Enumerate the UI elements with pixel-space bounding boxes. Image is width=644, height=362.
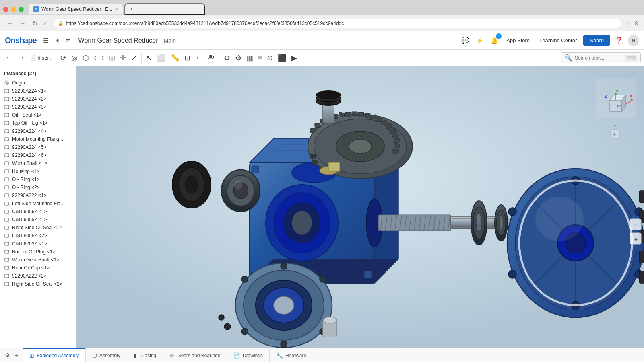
list-item[interactable]: 92290A224 <3> (0, 103, 76, 111)
new-tab-button[interactable]: + (124, 3, 205, 15)
revolve-tool[interactable]: ◎ (69, 52, 80, 64)
chat-button[interactable]: 💬 (460, 35, 471, 46)
browser-tab-active[interactable]: O Worm Gear Speed Reducer | E... ✕ (29, 4, 123, 14)
part-icon (4, 160, 10, 166)
properties-tool[interactable]: ≡ (256, 52, 264, 63)
gear-tool[interactable]: ⚙ (222, 52, 232, 64)
star-icon[interactable]: ☆ (625, 20, 631, 27)
list-item[interactable]: O - Ring <1> (0, 175, 76, 183)
mirror-tool[interactable]: ⟷ (92, 52, 106, 64)
traffic-light-green[interactable] (19, 7, 24, 12)
tab-gears-bearings[interactable]: ⚙ Gears and Bearings (163, 348, 227, 362)
list-item[interactable]: 92290A224 <2> (0, 95, 76, 103)
list-item[interactable]: Left Side Mounting Fla... (0, 200, 76, 208)
list-item[interactable]: C&U 6006Z <1> (0, 208, 76, 216)
svg-rect-48 (5, 274, 9, 278)
close-tab-button[interactable]: ✕ (115, 7, 118, 12)
rotate-tool[interactable]: ⟳ (58, 52, 68, 64)
filter-button[interactable]: ⊞ (54, 36, 61, 45)
list-item[interactable]: Rear Oil Cap <1> (0, 264, 76, 272)
item-label: C&U 6005Z <1> (12, 217, 47, 222)
dimension-tool[interactable]: ↔ (193, 52, 204, 63)
learning-center-button[interactable]: Learning Center (536, 36, 580, 45)
add-tab-button[interactable]: + (13, 350, 20, 360)
view-tool[interactable]: ⬜ (155, 52, 168, 64)
list-item[interactable]: Right Side Oil Seal <1> (0, 224, 76, 232)
notification-badge: 1 (496, 33, 502, 39)
part-icon (4, 249, 10, 255)
tab-hardware[interactable]: 🔧 Hardware (270, 348, 313, 362)
list-item[interactable]: Top Oil Plug <1> (0, 119, 76, 127)
transform-tool[interactable]: ⤢ (129, 52, 139, 64)
svg-point-91 (477, 214, 480, 224)
reload-button[interactable]: ↻ (31, 19, 39, 28)
item-label: 92290A224 <5> (12, 144, 46, 150)
list-item[interactable]: Worm Gear Shaft <1> (0, 256, 76, 264)
workflow-button[interactable]: ⚡ (474, 35, 485, 46)
help-button[interactable]: ❓ (613, 35, 625, 46)
tab-casing[interactable]: ◧ Casing (127, 348, 163, 362)
select-tool[interactable]: ↖ (144, 52, 154, 64)
settings-tool[interactable]: ⚙ (233, 52, 244, 64)
list-item[interactable]: 92290A224 <4> (0, 127, 76, 135)
search-input[interactable] (575, 55, 623, 61)
list-item[interactable]: Housing <1> (0, 167, 76, 175)
item-label: C&U 6006Z <1> (12, 209, 47, 214)
explode-tool[interactable]: ⊕ (265, 52, 275, 64)
svg-text:⌄: ⌄ (613, 122, 617, 128)
part-icon (4, 201, 10, 206)
redo-button[interactable]: → (15, 52, 27, 63)
document-title: Worm Gear Speed Reducer (78, 37, 158, 44)
list-item[interactable]: Motor Mounting Flang... (0, 135, 76, 143)
insert-button[interactable]: 📄 Insert (27, 53, 53, 62)
back-button[interactable]: ← (5, 19, 14, 28)
tab-exploded-assembly[interactable]: ⊞ Exploded Assembly (23, 348, 86, 362)
list-item[interactable]: O - Ring <2> (0, 183, 76, 191)
display-tool[interactable]: ▦ (244, 52, 255, 64)
list-item[interactable]: 92290A222 <2> (0, 272, 76, 280)
item-label: 92290A224 <2> (12, 96, 46, 102)
home-button[interactable]: ⌂ (42, 19, 50, 28)
item-label: 92290A224 <1> (12, 88, 46, 94)
sidebar-item-origin[interactable]: Origin (0, 79, 76, 87)
extensions-icon[interactable]: ⚙ (634, 20, 639, 27)
list-item[interactable]: Bottom Oil Plug <1> (0, 248, 76, 256)
measure-tool[interactable]: 📏 (169, 52, 182, 64)
list-item[interactable]: Oil - Seal <1> (0, 111, 76, 119)
tab-assembly[interactable]: ⬡ Assembly (86, 348, 127, 362)
svg-point-153 (185, 176, 198, 193)
list-item[interactable]: 92290A224 <5> (0, 143, 76, 151)
forward-button[interactable]: → (18, 19, 27, 28)
add-workspace-button[interactable]: ⚙ (3, 350, 12, 360)
gears-icon: ⚙ (169, 352, 175, 359)
pattern-tool[interactable]: ⊞ (107, 52, 117, 64)
list-item[interactable]: Worm Shaft <1> (0, 159, 76, 167)
move-tool[interactable]: ✛ (118, 52, 128, 64)
list-item[interactable]: C&U 6203Z <1> (0, 240, 76, 248)
tab-drawings[interactable]: 📄 Drawings (227, 348, 270, 362)
list-item[interactable]: C&U 6006Z <2> (0, 232, 76, 240)
hamburger-menu-button[interactable]: ☰ (41, 35, 50, 46)
address-bar[interactable]: 🔒 https://cad.onshape.com/documents/b9d8… (53, 19, 622, 28)
list-item[interactable]: Right Side Oil Seal <2> (0, 280, 76, 288)
section-tool[interactable]: ⊡ (182, 52, 192, 64)
mate-tool[interactable]: ⬛ (276, 52, 289, 64)
traffic-light-red[interactable] (3, 7, 8, 12)
app-store-button[interactable]: App Store (503, 36, 533, 45)
undo-button[interactable]: ← (3, 52, 14, 63)
list-item[interactable]: 92290A224 <6> (0, 151, 76, 159)
document-tab-label[interactable]: Main (164, 37, 176, 44)
extrude-tool[interactable]: ⬡ (80, 52, 91, 64)
user-avatar[interactable]: N (628, 35, 639, 46)
traffic-light-yellow[interactable] (11, 7, 16, 12)
animate-tool[interactable]: ▶ (289, 52, 299, 64)
settings-button[interactable]: ⇄ (64, 36, 72, 45)
share-button[interactable]: Share (583, 35, 610, 46)
svg-rect-171 (328, 162, 340, 171)
3d-viewport[interactable]: X Y Z Left ⌄ ⛨ ≡ ◈ (76, 66, 644, 348)
list-item[interactable]: C&U 6005Z <1> (0, 216, 76, 224)
hide-tool[interactable]: 👁 (205, 52, 217, 63)
list-item[interactable]: 92290A224 <1> (0, 87, 76, 95)
list-item[interactable]: 92290A222 <1> (0, 191, 76, 200)
onshape-logo[interactable]: Onshape (5, 36, 37, 45)
